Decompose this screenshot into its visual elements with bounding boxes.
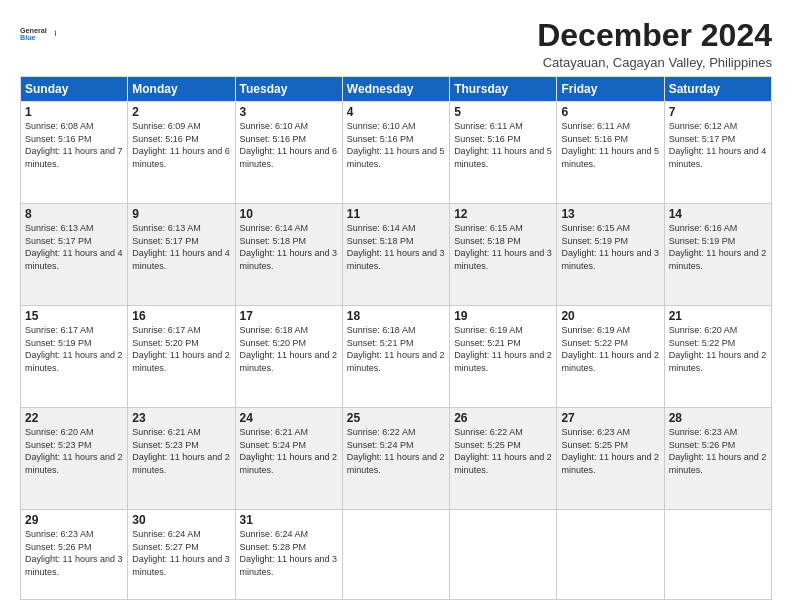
calendar-cell: 14 Sunrise: 6:16 AM Sunset: 5:19 PM Dayl… xyxy=(664,204,771,306)
daylight-label: Daylight: 11 hours and 4 minutes. xyxy=(132,248,230,271)
day-number: 6 xyxy=(561,105,659,119)
sunrise-label: Sunrise: 6:16 AM xyxy=(669,223,738,233)
calendar-cell: 20 Sunrise: 6:19 AM Sunset: 5:22 PM Dayl… xyxy=(557,306,664,408)
day-info: Sunrise: 6:20 AM Sunset: 5:23 PM Dayligh… xyxy=(25,426,123,476)
subtitle: Catayauan, Cagayan Valley, Philippines xyxy=(537,55,772,70)
day-number: 13 xyxy=(561,207,659,221)
daylight-label: Daylight: 11 hours and 5 minutes. xyxy=(561,146,659,169)
day-info: Sunrise: 6:10 AM Sunset: 5:16 PM Dayligh… xyxy=(347,120,445,170)
sunrise-label: Sunrise: 6:14 AM xyxy=(240,223,309,233)
daylight-label: Daylight: 11 hours and 2 minutes. xyxy=(347,350,445,373)
daylight-label: Daylight: 11 hours and 3 minutes. xyxy=(240,248,338,271)
sunrise-label: Sunrise: 6:10 AM xyxy=(347,121,416,131)
sunset-label: Sunset: 5:18 PM xyxy=(454,236,521,246)
day-number: 14 xyxy=(669,207,767,221)
day-info: Sunrise: 6:08 AM Sunset: 5:16 PM Dayligh… xyxy=(25,120,123,170)
day-number: 7 xyxy=(669,105,767,119)
day-number: 21 xyxy=(669,309,767,323)
daylight-label: Daylight: 11 hours and 2 minutes. xyxy=(454,350,552,373)
daylight-label: Daylight: 11 hours and 3 minutes. xyxy=(347,248,445,271)
day-number: 9 xyxy=(132,207,230,221)
calendar-cell: 8 Sunrise: 6:13 AM Sunset: 5:17 PM Dayli… xyxy=(21,204,128,306)
sunset-label: Sunset: 5:27 PM xyxy=(132,542,199,552)
daylight-label: Daylight: 11 hours and 2 minutes. xyxy=(669,248,767,271)
daylight-label: Daylight: 11 hours and 2 minutes. xyxy=(347,452,445,475)
sunset-label: Sunset: 5:16 PM xyxy=(561,134,628,144)
day-info: Sunrise: 6:18 AM Sunset: 5:21 PM Dayligh… xyxy=(347,324,445,374)
sunset-label: Sunset: 5:19 PM xyxy=(25,338,92,348)
col-header-saturday: Saturday xyxy=(664,77,771,102)
sunset-label: Sunset: 5:16 PM xyxy=(454,134,521,144)
calendar-cell: 18 Sunrise: 6:18 AM Sunset: 5:21 PM Dayl… xyxy=(342,306,449,408)
col-header-sunday: Sunday xyxy=(21,77,128,102)
daylight-label: Daylight: 11 hours and 3 minutes. xyxy=(132,554,230,577)
sunset-label: Sunset: 5:28 PM xyxy=(240,542,307,552)
day-info: Sunrise: 6:24 AM Sunset: 5:28 PM Dayligh… xyxy=(240,528,338,578)
calendar-cell: 12 Sunrise: 6:15 AM Sunset: 5:18 PM Dayl… xyxy=(450,204,557,306)
day-info: Sunrise: 6:13 AM Sunset: 5:17 PM Dayligh… xyxy=(25,222,123,272)
sunrise-label: Sunrise: 6:17 AM xyxy=(132,325,201,335)
month-title: December 2024 xyxy=(537,18,772,53)
day-number: 19 xyxy=(454,309,552,323)
day-number: 2 xyxy=(132,105,230,119)
title-block: December 2024 Catayauan, Cagayan Valley,… xyxy=(537,18,772,70)
sunrise-label: Sunrise: 6:08 AM xyxy=(25,121,94,131)
sunrise-label: Sunrise: 6:09 AM xyxy=(132,121,201,131)
day-number: 20 xyxy=(561,309,659,323)
calendar-cell: 4 Sunrise: 6:10 AM Sunset: 5:16 PM Dayli… xyxy=(342,102,449,204)
daylight-label: Daylight: 11 hours and 4 minutes. xyxy=(669,146,767,169)
sunrise-label: Sunrise: 6:22 AM xyxy=(347,427,416,437)
day-number: 3 xyxy=(240,105,338,119)
day-number: 25 xyxy=(347,411,445,425)
day-info: Sunrise: 6:10 AM Sunset: 5:16 PM Dayligh… xyxy=(240,120,338,170)
calendar-cell: 21 Sunrise: 6:20 AM Sunset: 5:22 PM Dayl… xyxy=(664,306,771,408)
day-number: 5 xyxy=(454,105,552,119)
calendar-cell: 6 Sunrise: 6:11 AM Sunset: 5:16 PM Dayli… xyxy=(557,102,664,204)
day-info: Sunrise: 6:11 AM Sunset: 5:16 PM Dayligh… xyxy=(454,120,552,170)
svg-marker-3 xyxy=(55,32,56,36)
sunrise-label: Sunrise: 6:22 AM xyxy=(454,427,523,437)
day-info: Sunrise: 6:23 AM Sunset: 5:26 PM Dayligh… xyxy=(25,528,123,578)
daylight-label: Daylight: 11 hours and 2 minutes. xyxy=(669,452,767,475)
daylight-label: Daylight: 11 hours and 2 minutes. xyxy=(454,452,552,475)
day-info: Sunrise: 6:09 AM Sunset: 5:16 PM Dayligh… xyxy=(132,120,230,170)
daylight-label: Daylight: 11 hours and 2 minutes. xyxy=(132,452,230,475)
sunrise-label: Sunrise: 6:21 AM xyxy=(132,427,201,437)
day-number: 15 xyxy=(25,309,123,323)
day-info: Sunrise: 6:23 AM Sunset: 5:25 PM Dayligh… xyxy=(561,426,659,476)
calendar-cell: 19 Sunrise: 6:19 AM Sunset: 5:21 PM Dayl… xyxy=(450,306,557,408)
day-number: 12 xyxy=(454,207,552,221)
sunrise-label: Sunrise: 6:19 AM xyxy=(561,325,630,335)
day-info: Sunrise: 6:22 AM Sunset: 5:25 PM Dayligh… xyxy=(454,426,552,476)
calendar-cell: 2 Sunrise: 6:09 AM Sunset: 5:16 PM Dayli… xyxy=(128,102,235,204)
sunset-label: Sunset: 5:20 PM xyxy=(240,338,307,348)
day-info: Sunrise: 6:19 AM Sunset: 5:21 PM Dayligh… xyxy=(454,324,552,374)
sunrise-label: Sunrise: 6:18 AM xyxy=(240,325,309,335)
sunset-label: Sunset: 5:16 PM xyxy=(25,134,92,144)
calendar-cell: 29 Sunrise: 6:23 AM Sunset: 5:26 PM Dayl… xyxy=(21,510,128,600)
day-number: 27 xyxy=(561,411,659,425)
calendar-cell: 11 Sunrise: 6:14 AM Sunset: 5:18 PM Dayl… xyxy=(342,204,449,306)
day-number: 10 xyxy=(240,207,338,221)
calendar-week-4: 22 Sunrise: 6:20 AM Sunset: 5:23 PM Dayl… xyxy=(21,408,772,510)
sunset-label: Sunset: 5:16 PM xyxy=(240,134,307,144)
day-number: 18 xyxy=(347,309,445,323)
day-info: Sunrise: 6:21 AM Sunset: 5:24 PM Dayligh… xyxy=(240,426,338,476)
day-info: Sunrise: 6:14 AM Sunset: 5:18 PM Dayligh… xyxy=(240,222,338,272)
logo-svg: General Blue xyxy=(20,18,56,50)
day-number: 4 xyxy=(347,105,445,119)
daylight-label: Daylight: 11 hours and 2 minutes. xyxy=(240,350,338,373)
sunset-label: Sunset: 5:22 PM xyxy=(669,338,736,348)
sunset-label: Sunset: 5:25 PM xyxy=(454,440,521,450)
svg-text:Blue: Blue xyxy=(20,33,36,42)
calendar-cell: 26 Sunrise: 6:22 AM Sunset: 5:25 PM Dayl… xyxy=(450,408,557,510)
calendar-cell: 27 Sunrise: 6:23 AM Sunset: 5:25 PM Dayl… xyxy=(557,408,664,510)
sunset-label: Sunset: 5:26 PM xyxy=(25,542,92,552)
day-info: Sunrise: 6:16 AM Sunset: 5:19 PM Dayligh… xyxy=(669,222,767,272)
daylight-label: Daylight: 11 hours and 3 minutes. xyxy=(561,248,659,271)
sunrise-label: Sunrise: 6:15 AM xyxy=(561,223,630,233)
sunset-label: Sunset: 5:18 PM xyxy=(347,236,414,246)
day-info: Sunrise: 6:15 AM Sunset: 5:18 PM Dayligh… xyxy=(454,222,552,272)
daylight-label: Daylight: 11 hours and 5 minutes. xyxy=(347,146,445,169)
sunset-label: Sunset: 5:22 PM xyxy=(561,338,628,348)
